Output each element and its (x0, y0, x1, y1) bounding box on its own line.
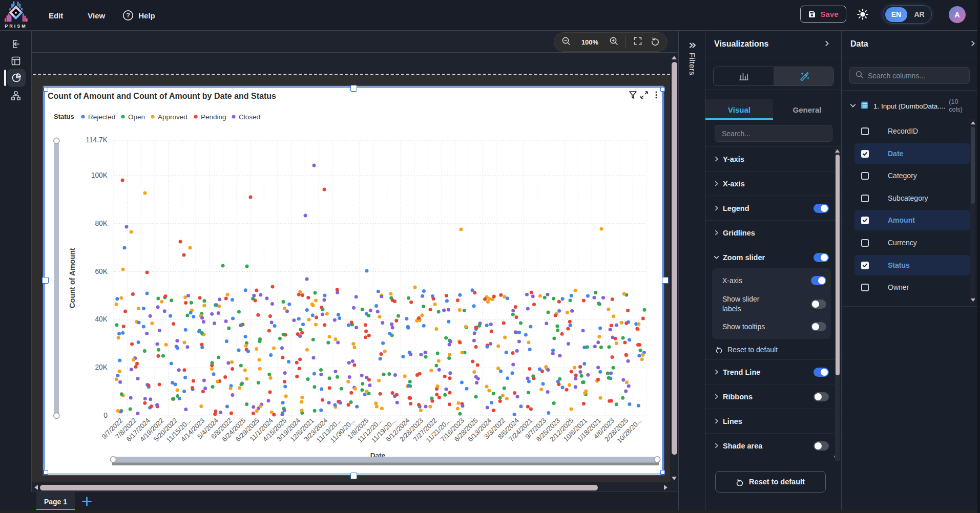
svg-text:60K: 60K (95, 268, 108, 275)
svg-text:Rejected: Rejected (88, 113, 115, 121)
svg-text:Pending: Pending (201, 113, 226, 121)
svg-text:40K: 40K (95, 315, 108, 323)
svg-text:Closed: Closed (239, 113, 260, 121)
svg-text:?: ? (126, 12, 130, 19)
svg-text:114.7K: 114.7K (86, 136, 108, 144)
svg-text:0: 0 (103, 412, 108, 419)
svg-text:20K: 20K (95, 364, 108, 371)
svg-text:80K: 80K (95, 220, 108, 227)
svg-text:Approved: Approved (158, 113, 187, 121)
svg-text:Status: Status (54, 113, 74, 120)
svg-text:Count of Amount and Count of A: Count of Amount and Count of Amount by D… (48, 92, 276, 100)
svg-text:Open: Open (128, 113, 145, 121)
svg-text:Count of Amount: Count of Amount (68, 248, 76, 308)
svg-text:100K: 100K (91, 172, 108, 179)
